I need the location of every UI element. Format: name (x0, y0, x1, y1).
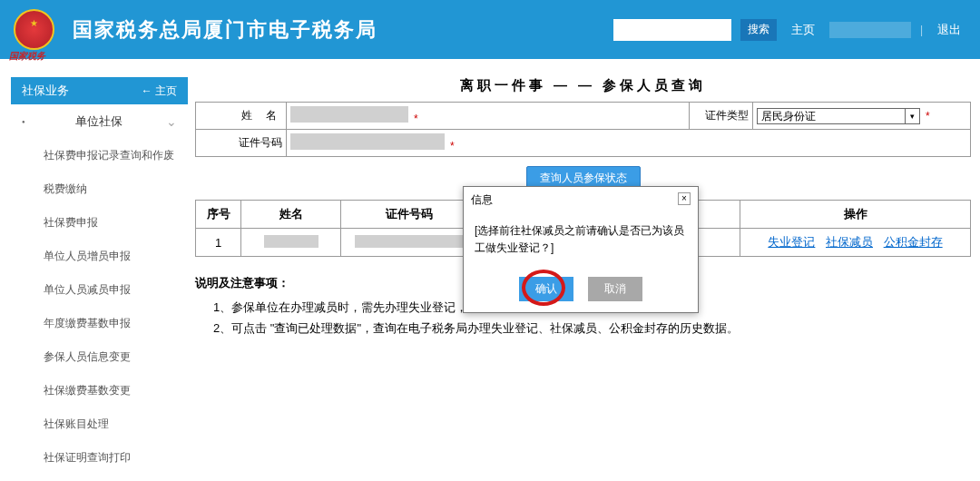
sidebar: 社保业务 ← 主页 单位社保 ⌄ 社保费申报记录查询和作废 税费缴纳 社保费申报… (11, 77, 188, 481)
idtype-label: 证件类型 (690, 103, 753, 130)
sidebar-item-add-person[interactable]: 单位人员增员申报 (11, 240, 188, 273)
idno-input[interactable] (290, 133, 445, 150)
cancel-button[interactable]: 取消 (588, 277, 642, 301)
sidebar-item-add-insurance[interactable]: 增加参保险种 (11, 475, 188, 481)
operation-cell: 失业登记 社保减员 公积金封存 (740, 229, 971, 257)
name-label: 姓 名 (196, 103, 287, 130)
page-title: 离职一件事 — — 参保人员查询 (195, 77, 971, 94)
op-unemployment-reg[interactable]: 失业登记 (768, 235, 815, 249)
top-header: ★ 国家税务 国家税务总局厦门市电子税务局 搜索 主页 | 退出 (0, 0, 980, 59)
idno-label: 证件号码 (196, 130, 287, 157)
sidebar-item-social-declare[interactable]: 社保费申报 (11, 206, 188, 240)
back-home-link[interactable]: ← 主页 (142, 83, 177, 99)
confirm-dialog: 信息 × [选择前往社保减员之前请确认是否已为该员工做失业登记？] 确认 取消 (463, 186, 699, 313)
sidebar-item-query-record[interactable]: 社保费申报记录查询和作废 (11, 139, 188, 172)
logout-link[interactable]: 退出 (937, 22, 961, 38)
header-right: 搜索 主页 | 退出 (613, 19, 966, 41)
sidebar-header: 社保业务 ← 主页 (11, 77, 188, 104)
sidebar-item-annual-base[interactable]: 年度缴费基数申报 (11, 307, 188, 340)
required-asterisk: * (414, 113, 418, 125)
dialog-footer: 确认 取消 (464, 266, 698, 312)
sidebar-item-remove-person[interactable]: 单位人员减员申报 (11, 273, 188, 307)
op-fund-seal[interactable]: 公积金封存 (884, 235, 943, 249)
user-box (829, 22, 911, 38)
emblem-logo: ★ 国家税务 (14, 9, 54, 50)
op-social-remove[interactable]: 社保减员 (826, 235, 873, 249)
sidebar-item-tax-pay[interactable]: 税费缴纳 (11, 172, 188, 206)
dialog-message: [选择前往社保减员之前请确认是否已为该员工做失业登记？] (464, 213, 698, 266)
divider: | (920, 24, 923, 36)
name-input[interactable] (290, 106, 408, 123)
sidebar-item-cert-print[interactable]: 社保证明查询打印 (11, 441, 188, 475)
sidebar-item-info-change[interactable]: 参保人员信息变更 (11, 340, 188, 374)
dropdown-arrow-icon: ▾ (905, 109, 919, 123)
dialog-titlebar: 信息 × (464, 187, 698, 213)
close-icon[interactable]: × (678, 192, 691, 205)
search-input[interactable] (613, 19, 731, 41)
sidebar-item-base-change[interactable]: 社保缴费基数变更 (11, 374, 188, 407)
dialog-title-text: 信息 (471, 192, 493, 208)
notes-line-2: 2、可点击 "查询已处理数据"，查询在电子税务局办理失业登记、社保减员、公积金封… (213, 318, 971, 339)
home-link[interactable]: 主页 (791, 22, 815, 38)
sidebar-parent-unit-social[interactable]: 单位社保 ⌄ (11, 104, 188, 139)
confirm-button[interactable]: 确认 (519, 277, 573, 301)
sidebar-title: 社保业务 (22, 83, 69, 99)
idtype-select[interactable]: 居民身份证 ▾ (757, 108, 920, 124)
chevron-down-icon: ⌄ (166, 114, 177, 129)
sidebar-item-account-handle[interactable]: 社保账目处理 (11, 407, 188, 441)
site-title: 国家税务总局厦门市电子税务局 (73, 16, 377, 44)
search-button[interactable]: 搜索 (740, 19, 777, 41)
query-form: 姓 名 * 证件类型 居民身份证 ▾ * 证件号码 * (195, 102, 971, 157)
